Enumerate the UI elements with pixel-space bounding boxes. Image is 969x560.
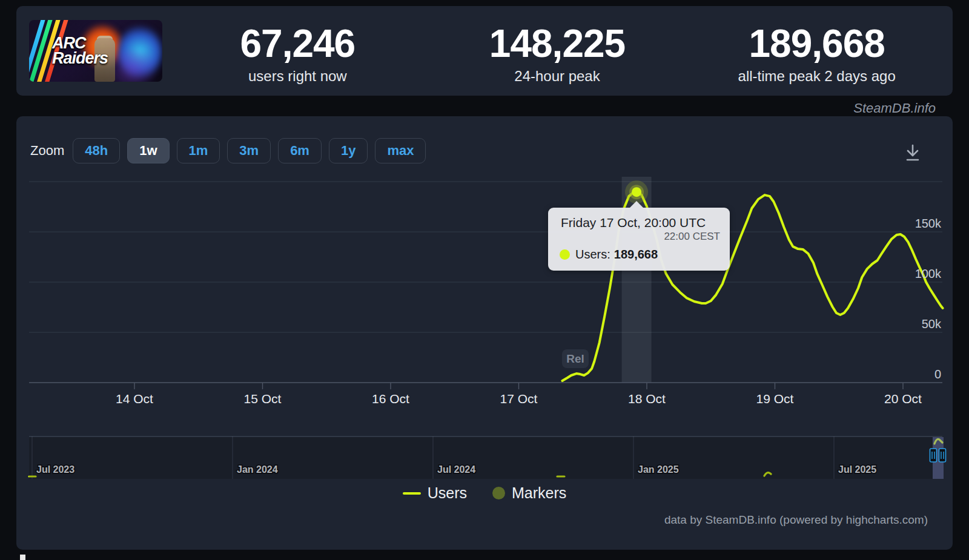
stat-label: users right now	[248, 68, 347, 85]
navigator-label: Jan 2024	[237, 464, 278, 475]
navigator-handle-grip	[932, 452, 934, 459]
navigator-handle-right[interactable]	[939, 449, 946, 462]
x-axis-label: 15 Oct	[244, 392, 282, 406]
stat-label: all-time peak 2 days ago	[738, 68, 896, 85]
download-icon[interactable]	[903, 143, 922, 163]
zoom-range-1w[interactable]: 1w	[127, 138, 169, 163]
zoom-range-6m[interactable]: 6m	[278, 138, 322, 163]
navigator-handle-left[interactable]	[930, 449, 937, 462]
peak-marker-ring	[629, 185, 644, 199]
peak-marker-halo	[625, 180, 648, 203]
tooltip-series-label: Users:	[575, 248, 610, 262]
zoom-range-buttons: 48h1w1m3m6m1ymax	[73, 138, 433, 163]
x-axis-label: 18 Oct	[628, 392, 666, 406]
legend-item-markers[interactable]: Markers	[492, 484, 566, 502]
zoom-range-1m[interactable]: 1m	[177, 138, 220, 163]
markers-swatch	[492, 487, 505, 499]
navigator-label: Jan 2025	[638, 464, 679, 475]
chart-card: 14 Oct15 Oct16 Oct17 Oct18 Oct19 Oct20 O…	[16, 116, 953, 550]
legend-item-users[interactable]: Users	[403, 484, 467, 502]
navigator-selected-range[interactable]	[933, 437, 944, 479]
tooltip-arrow	[630, 201, 643, 208]
zoom-range-48h[interactable]: 48h	[73, 138, 120, 163]
navigator-mask	[29, 437, 933, 479]
chart-tooltip: Friday 17 Oct, 20:00 UTC 22:00 CEST User…	[548, 208, 730, 271]
stat-label: 24-hour peak	[514, 68, 600, 85]
stat-value: 148,225	[489, 21, 625, 66]
y-axis-label: 0	[934, 367, 941, 381]
game-capsule[interactable]: ARC Raiders	[29, 20, 162, 82]
chart-legend: UsersMarkers	[16, 484, 953, 502]
navigator-label: Jul 2025	[838, 464, 876, 475]
stat-value: 67,246	[240, 21, 355, 66]
users-series-dot	[560, 249, 570, 260]
stat-value: 189,668	[749, 21, 885, 66]
peak-marker[interactable]	[632, 187, 641, 197]
player-stats: 67,246 users right now 148,225 24-hour p…	[168, 6, 947, 96]
y-axis-label: 150k	[915, 217, 942, 230]
header-card: ARC Raiders 67,246 users right now 148,2…	[16, 6, 953, 96]
x-axis-label: 19 Oct	[756, 392, 794, 406]
x-axis-label: 16 Oct	[372, 392, 409, 406]
stat-current-players: 67,246 users right now	[168, 6, 428, 96]
highcharts-attribution: data by SteamDB.info (powered by highcha…	[664, 513, 928, 527]
stat-alltime-peak: 189,668 all-time peak 2 days ago	[687, 6, 947, 96]
tooltip-users-value: 189,668	[614, 248, 658, 262]
navigator-activity-marks	[29, 439, 942, 476]
navigator-label: Jul 2024	[437, 464, 475, 475]
x-axis-label: 14 Oct	[116, 392, 153, 406]
y-axis-label: 100k	[915, 267, 942, 280]
tooltip-local-time: 22:00 CEST	[548, 231, 720, 243]
steamdb-watermark: SteamDB.info	[853, 100, 936, 116]
y-axis-label: 50k	[922, 317, 942, 331]
navigator-handle-grip	[941, 452, 944, 459]
game-logo: ARC Raiders	[52, 36, 108, 66]
legend-label: Markers	[512, 484, 566, 502]
release-marker-badge[interactable]: Rel	[562, 349, 589, 368]
zoom-range-3m[interactable]: 3m	[227, 138, 271, 163]
legend-label: Users	[428, 484, 467, 502]
cutoff-element	[20, 555, 25, 560]
navigator-label: Jul 2023	[36, 464, 74, 475]
users-swatch	[403, 492, 421, 495]
x-axis-label: 17 Oct	[500, 392, 538, 406]
zoom-range-max[interactable]: max	[375, 138, 426, 163]
tooltip-date: Friday 17 Oct, 20:00 UTC	[561, 216, 720, 230]
x-axis-label: 20 Oct	[884, 392, 922, 406]
tooltip-users-row: Users: 189,668	[560, 248, 720, 262]
stat-24h-peak: 148,225 24-hour peak	[428, 6, 687, 96]
zoom-range-1y[interactable]: 1y	[329, 138, 368, 163]
zoom-label: Zoom	[30, 143, 64, 159]
zoom-toolbar: Zoom 48h1w1m3m6m1ymax	[30, 138, 433, 163]
game-logo-line2: Raiders	[52, 51, 108, 66]
